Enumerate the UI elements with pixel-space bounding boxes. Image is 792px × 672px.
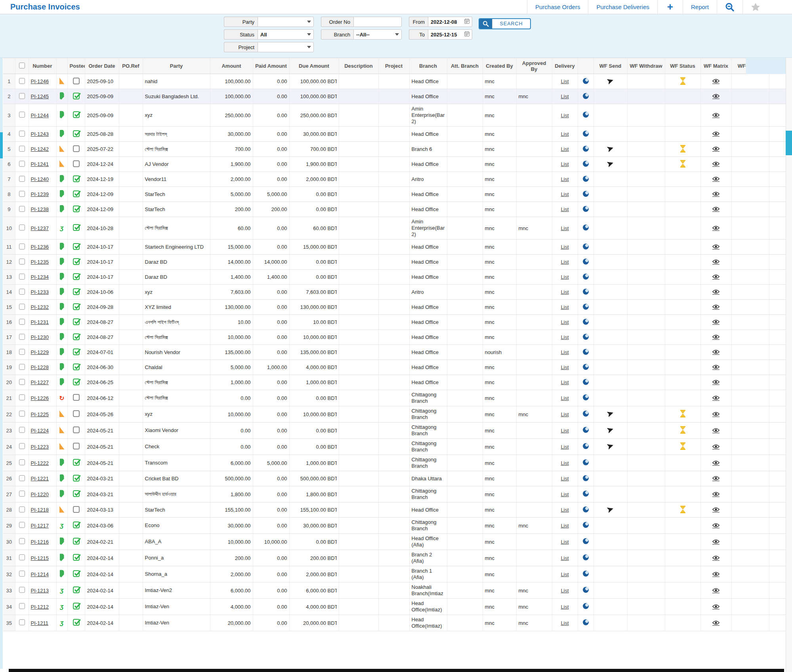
row-checkbox[interactable] [19, 619, 25, 625]
view-icon[interactable] [583, 259, 589, 265]
column-header-16[interactable]: Approved By [516, 58, 552, 74]
wf-matrix-eye-icon[interactable] [712, 192, 719, 197]
invoice-number-link[interactable]: PI-1236 [31, 244, 49, 250]
row-checkbox[interactable] [19, 131, 25, 137]
posted-checkbox[interactable] [73, 394, 80, 401]
view-icon[interactable] [583, 78, 589, 84]
wf-matrix-eye-icon[interactable] [712, 428, 719, 433]
order-no-input[interactable] [353, 17, 402, 27]
row-checkbox[interactable] [19, 93, 25, 99]
posted-checkbox[interactable] [73, 426, 80, 433]
wf-matrix-eye-icon[interactable] [712, 396, 719, 401]
wf-matrix-eye-icon[interactable] [712, 305, 719, 310]
row-checkbox[interactable] [19, 394, 25, 400]
invoice-number-link[interactable]: PI-1234 [31, 274, 49, 280]
invoice-number-link[interactable]: PI-1233 [31, 289, 49, 295]
row-checkbox[interactable] [19, 304, 25, 310]
wf-matrix-eye-icon[interactable] [712, 162, 719, 167]
tab-purchase-deliveries[interactable]: Purchase Deliveries [588, 0, 657, 14]
view-icon[interactable] [583, 411, 589, 417]
wf-matrix-eye-icon[interactable] [712, 412, 719, 417]
invoice-number-link[interactable]: PI-1216 [31, 539, 49, 545]
view-icon[interactable] [583, 112, 589, 118]
wf-matrix-eye-icon[interactable] [712, 380, 719, 385]
wf-send-icon[interactable] [607, 445, 614, 451]
wf-matrix-eye-icon[interactable] [712, 79, 719, 84]
delivery-list-link[interactable]: List [561, 191, 569, 197]
posted-checkbox-checked[interactable] [73, 258, 80, 265]
invoice-number-link[interactable]: PI-1218 [31, 507, 49, 513]
row-checkbox[interactable] [19, 206, 25, 212]
wf-matrix-eye-icon[interactable] [712, 507, 719, 512]
posted-checkbox[interactable] [73, 443, 80, 449]
invoice-number-link[interactable]: PI-1215 [31, 555, 49, 561]
row-checkbox[interactable] [19, 78, 25, 84]
delivery-list-link[interactable]: List [561, 244, 569, 250]
posted-checkbox[interactable] [73, 78, 80, 84]
posted-checkbox-checked[interactable] [73, 603, 80, 609]
row-checkbox[interactable] [19, 319, 25, 325]
project-select[interactable] [258, 42, 314, 52]
posted-checkbox-checked[interactable] [73, 570, 80, 577]
posted-checkbox-checked[interactable] [73, 538, 80, 544]
delivery-list-link[interactable]: List [561, 571, 569, 577]
column-header-5[interactable]: Order Date [85, 58, 119, 74]
add-invoice-button[interactable]: + [657, 0, 683, 14]
wf-matrix-eye-icon[interactable] [712, 556, 719, 561]
row-checkbox[interactable] [19, 411, 25, 417]
view-icon[interactable] [583, 571, 589, 577]
wf-matrix-eye-icon[interactable] [712, 94, 719, 99]
search-button[interactable]: SEARCH [479, 18, 531, 29]
invoice-number-link[interactable]: PI-1241 [31, 161, 49, 167]
column-header-20[interactable]: WF Withdraw [627, 58, 665, 74]
invoice-number-link[interactable]: PI-1225 [31, 411, 49, 417]
posted-checkbox-checked[interactable] [73, 130, 80, 137]
wf-matrix-eye-icon[interactable] [712, 492, 719, 497]
row-checkbox[interactable] [19, 603, 25, 609]
invoice-number-link[interactable]: PI-1243 [31, 131, 49, 137]
row-checkbox[interactable] [19, 274, 25, 280]
column-header-4[interactable]: Posted [67, 58, 85, 74]
wf-matrix-eye-icon[interactable] [712, 274, 719, 280]
column-header-17[interactable]: Delivery [552, 58, 578, 74]
row-checkbox[interactable] [19, 176, 25, 182]
view-icon[interactable] [583, 522, 589, 528]
delivery-list-link[interactable]: List [561, 588, 569, 594]
wf-matrix-eye-icon[interactable] [712, 131, 719, 137]
invoice-number-link[interactable]: PI-1213 [31, 588, 49, 594]
row-checkbox[interactable] [19, 334, 25, 340]
view-icon[interactable] [583, 427, 589, 433]
posted-checkbox-checked[interactable] [73, 522, 80, 528]
wf-matrix-eye-icon[interactable] [712, 365, 719, 370]
invoice-number-link[interactable]: PI-1235 [31, 259, 49, 265]
wf-matrix-eye-icon[interactable] [712, 572, 719, 577]
posted-checkbox-checked[interactable] [73, 333, 80, 340]
invoice-number-link[interactable]: PI-1237 [31, 225, 49, 231]
posted-checkbox-checked[interactable] [73, 303, 80, 310]
wf-send-icon[interactable] [607, 80, 614, 86]
wf-send-icon[interactable] [607, 147, 614, 153]
view-icon[interactable] [583, 394, 589, 400]
favorite-star-icon[interactable] [742, 0, 768, 14]
wf-matrix-eye-icon[interactable] [712, 539, 719, 544]
delivery-list-link[interactable]: List [561, 411, 569, 417]
view-icon[interactable] [583, 206, 589, 212]
column-header-15[interactable]: Created By [483, 58, 516, 74]
view-icon[interactable] [583, 443, 589, 449]
column-header-1[interactable] [15, 58, 29, 74]
zoom-out-icon[interactable] [717, 0, 742, 14]
posted-checkbox-checked[interactable] [73, 243, 80, 250]
row-checkbox[interactable] [19, 491, 25, 497]
wf-matrix-eye-icon[interactable] [712, 259, 719, 265]
posted-checkbox[interactable] [73, 160, 80, 167]
posted-checkbox-checked[interactable] [73, 364, 80, 370]
column-header-9[interactable]: Paid Amount [253, 58, 289, 74]
view-icon[interactable] [583, 225, 589, 230]
invoice-number-link[interactable]: PI-1240 [31, 176, 49, 182]
row-checkbox[interactable] [19, 571, 25, 577]
column-header-0[interactable] [3, 58, 15, 74]
row-checkbox[interactable] [19, 259, 25, 265]
party-select[interactable] [258, 17, 314, 27]
posted-checkbox-checked[interactable] [73, 554, 80, 561]
column-header-13[interactable]: Branch [409, 58, 447, 74]
